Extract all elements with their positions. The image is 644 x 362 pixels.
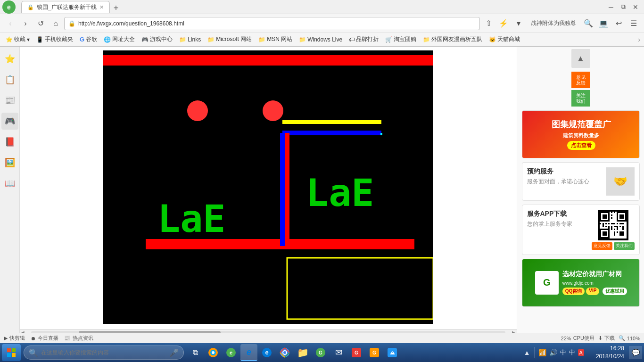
home-button[interactable]: ⌂ xyxy=(49,17,62,30)
taskbar-app-red[interactable]: G xyxy=(348,344,365,361)
taskbar: 🔍 🎤 ⧉ e e xyxy=(0,343,644,362)
microphone-icon[interactable]: 🎤 xyxy=(169,348,179,357)
active-tab[interactable]: 🔒 锁国_广联达服务新干线 ✕ xyxy=(21,1,110,13)
bookmarks-more-button[interactable]: › xyxy=(638,36,640,43)
taskbar-app-chrome[interactable] xyxy=(276,344,293,361)
sidebar-history[interactable]: 📋 xyxy=(1,71,18,88)
svg-rect-33 xyxy=(12,348,16,352)
tray-arrow-up[interactable]: ▲ xyxy=(524,349,530,356)
menu-button[interactable]: ☰ xyxy=(627,17,640,30)
restore-button[interactable]: ⧉ xyxy=(619,2,628,12)
antivirus-icon[interactable]: A xyxy=(578,349,584,356)
refresh-button[interactable]: ↺ xyxy=(34,17,47,30)
network-icon[interactable]: 📶 xyxy=(538,349,546,356)
taskbar-search-input[interactable] xyxy=(41,349,166,356)
history-icon: 📋 xyxy=(5,74,15,85)
zoom-icon: 🔍 xyxy=(619,335,625,341)
ie-icon: e xyxy=(247,347,251,357)
taskbar-app-edge[interactable]: e xyxy=(258,344,275,361)
volume-icon[interactable]: 🔊 xyxy=(549,349,557,356)
back-nav-button[interactable]: ↩ xyxy=(612,17,625,30)
taskbar-search-bar[interactable]: 🔍 🎤 xyxy=(24,346,184,360)
ad-atlas-btn[interactable]: 点击查看 xyxy=(567,141,595,150)
ad-card-atlas[interactable]: 图集规范覆盖广 建筑资料数量多 点击查看 xyxy=(522,110,640,158)
bookmark-games[interactable]: 🎮 游戏中心 xyxy=(140,34,174,44)
ad-card-app[interactable]: 服务APP下载 您的掌上服务专家 xyxy=(522,205,640,255)
scroll-top-button[interactable]: ▲ xyxy=(571,49,590,68)
status-live[interactable]: ⏺ 今日直播 xyxy=(31,335,58,342)
forward-button[interactable]: › xyxy=(19,17,32,30)
sidebar-favorites[interactable]: ⭐ xyxy=(1,50,18,67)
browser-logo: e xyxy=(2,0,16,14)
share-button[interactable]: ⇧ xyxy=(482,17,495,30)
svg-rect-13 xyxy=(611,217,612,219)
ime-en[interactable]: 中 xyxy=(569,348,575,357)
right-sidebar: ▲ 意见反馈 关注我们 图集规范覆盖广 建筑资料数量多 点击查看 预约服务 服务… xyxy=(517,47,644,335)
device-button[interactable]: 💻 xyxy=(597,17,610,30)
taskbar-clock[interactable]: 16:28 2018/10/24 xyxy=(593,345,627,361)
ad-banner-atlas: 图集规范覆盖广 建筑资料数量多 点击查看 xyxy=(522,111,640,158)
taskbar-app-files[interactable]: 📁 xyxy=(294,344,311,361)
bookmark-google[interactable]: G 谷歌 xyxy=(78,34,99,44)
download-icon: ⬇ xyxy=(598,335,603,341)
taskbar-app-ie[interactable]: e xyxy=(240,344,257,361)
bookmark-sites[interactable]: 🌐 网址大全 xyxy=(102,34,137,44)
bookmark-brand[interactable]: 🏷 品牌打折 xyxy=(347,34,380,44)
download-button[interactable]: ⬇ 下载 xyxy=(598,335,615,342)
start-button[interactable] xyxy=(2,344,21,361)
taskbar-app-mail[interactable]: ✉ xyxy=(330,344,347,361)
sidebar-game[interactable]: 🎮 xyxy=(1,113,18,130)
new-tab-button[interactable]: + xyxy=(111,3,122,13)
status-news[interactable]: 📰 热点资讯 xyxy=(64,335,93,342)
minimize-button[interactable]: ─ xyxy=(606,2,616,12)
bookmark-links[interactable]: 📁 Links xyxy=(177,35,203,44)
folder-icon: 📁 xyxy=(179,36,186,43)
taskbar-app-360[interactable]: e xyxy=(223,344,239,361)
nav-right-buttons: ⇧ ⚡ ▾ 战神附体为我独尊 🔍 💻 ↩ ☰ xyxy=(482,17,640,30)
red-app-icon: G xyxy=(351,347,362,358)
feedback-follow-button[interactable]: 关注我们 xyxy=(571,90,590,107)
tray-divider xyxy=(534,347,535,358)
notification-center-button[interactable]: 💬 xyxy=(629,346,642,359)
tab-close-btn[interactable]: ✕ xyxy=(99,4,104,10)
badge-opinion: 意见反馈 xyxy=(592,242,612,250)
taskbar-app-orange[interactable]: G xyxy=(366,344,383,361)
taskbar-right: ▲ 📶 🔊 中 中 A 16:28 2018/10/24 💬 xyxy=(521,345,642,361)
address-bar[interactable]: 🔒 xyxy=(64,17,480,30)
badge-vip: VIP xyxy=(586,288,599,295)
game-ctrl-icon: 🎮 xyxy=(5,116,15,126)
taskbar-app-green[interactable]: G xyxy=(312,344,329,361)
taskbar-app-firefox[interactable] xyxy=(205,344,222,361)
svg-rect-30 xyxy=(605,226,607,227)
url-input[interactable] xyxy=(78,20,476,27)
web-content[interactable] xyxy=(20,47,517,335)
zoom-control[interactable]: 🔍 110% xyxy=(619,335,640,341)
taskbar-app-blue[interactable]: ⛰ xyxy=(384,344,401,361)
close-button[interactable]: ✕ xyxy=(631,2,640,12)
sidebar-reader[interactable]: 📕 xyxy=(1,133,18,150)
bookmark-mobile[interactable]: 📱 手机收藏夹 xyxy=(34,34,75,44)
status-quick-clip[interactable]: ▶ 快剪辑 xyxy=(4,335,25,342)
sidebar-manga[interactable]: 📖 xyxy=(1,175,18,192)
sidebar-image[interactable]: 🖼️ xyxy=(1,154,18,171)
ime-zh[interactable]: 中 xyxy=(560,348,566,357)
title-bar-right: ─ ⧉ ✕ xyxy=(606,2,644,12)
dropdown-button[interactable]: ▾ xyxy=(512,17,525,30)
bookmark-taobao[interactable]: 🛒 淘宝团购 xyxy=(383,34,418,44)
back-button[interactable]: ‹ xyxy=(4,17,17,30)
ad-card-service[interactable]: 预约服务 服务面对面，承诺心连心 🤝 xyxy=(522,162,640,201)
sidebar-news[interactable]: 📰 xyxy=(1,92,18,109)
ad-card-gcw[interactable]: G 选材定价就用广材网 www.gldjc.com QQ咨询 VIP 优惠试用 xyxy=(522,259,640,307)
lightning-button[interactable]: ⚡ xyxy=(497,17,510,30)
bookmark-collect[interactable]: ⭐ 收藏 ▾ xyxy=(4,34,32,44)
ad-app-content: 服务APP下载 您的掌上服务专家 xyxy=(522,205,639,255)
search-button[interactable]: 🔍 xyxy=(582,17,595,30)
feedback-opinion-button[interactable]: 意见反馈 xyxy=(571,72,590,88)
bookmark-windows-live[interactable]: 📁 Windows Live xyxy=(297,35,344,44)
bookmark-microsoft[interactable]: 📁 Microsoft 网站 xyxy=(206,34,254,44)
taskview-button[interactable]: ⧉ xyxy=(187,344,204,361)
bookmark-msn[interactable]: 📁 MSN 网站 xyxy=(256,34,294,44)
bookmark-tmall[interactable]: 🐱 天猫商城 xyxy=(487,34,522,44)
game-canvas[interactable] xyxy=(103,50,433,324)
bookmark-manga[interactable]: 📁 外国网友漫画析五队 xyxy=(421,34,484,44)
